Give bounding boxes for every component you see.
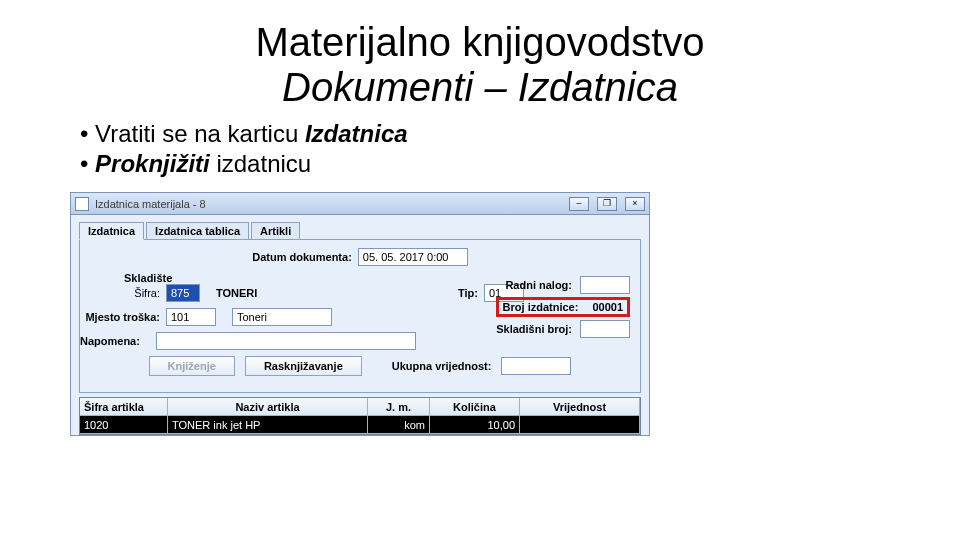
grid-header-row: Šifra artikla Naziv artikla J. m. Količi… bbox=[80, 398, 640, 416]
title-line-1: Materijalno knjigovodstvo bbox=[70, 20, 890, 65]
cell-naziv: TONER ink jet HP bbox=[168, 416, 368, 434]
broj-izdatnice-highlight: Broj izdatnice: 00001 bbox=[496, 297, 630, 317]
items-grid: Šifra artikla Naziv artikla J. m. Količi… bbox=[79, 397, 641, 435]
col-vrijednost[interactable]: Vrijednost bbox=[520, 398, 640, 416]
skladiste-name: TONERI bbox=[216, 287, 257, 299]
window-title: Izdatnica materijala - 8 bbox=[95, 198, 561, 210]
title-line-2: Dokumenti – Izdatnica bbox=[70, 65, 890, 110]
form-area: Datum dokumenta: 05. 05. 2017 0:00 Sklad… bbox=[79, 239, 641, 393]
maximize-button[interactable]: ❐ bbox=[597, 197, 617, 211]
col-kolicina[interactable]: Količina bbox=[430, 398, 520, 416]
cell-vrijednost bbox=[520, 416, 640, 434]
tab-artikli[interactable]: Artikli bbox=[251, 222, 300, 240]
sifra-field[interactable]: 875 bbox=[166, 284, 200, 302]
titlebar: Izdatnica materijala - 8 – ❐ × bbox=[71, 193, 649, 215]
napomena-label: Napomena: bbox=[80, 335, 150, 347]
grid-row[interactable]: 1020 TONER ink jet HP kom 10,00 bbox=[80, 416, 640, 434]
minimize-button[interactable]: – bbox=[569, 197, 589, 211]
col-sifra-artikla[interactable]: Šifra artikla bbox=[80, 398, 168, 416]
slide-title: Materijalno knjigovodstvo Dokumenti – Iz… bbox=[70, 20, 890, 110]
skladiste-group-label: Skladište bbox=[124, 272, 172, 284]
napomena-field[interactable] bbox=[156, 332, 416, 350]
broj-izdatnice-label: Broj izdatnice: bbox=[503, 301, 579, 313]
bullet-2-em: Proknjižiti bbox=[95, 150, 210, 177]
rasknjizavanje-button[interactable]: Rasknjižavanje bbox=[245, 356, 362, 376]
mjesto-field[interactable]: 101 bbox=[166, 308, 216, 326]
broj-izdatnice-value: 00001 bbox=[592, 301, 623, 313]
bullet-1-text: Vratiti se na karticu bbox=[95, 120, 305, 147]
bullet-1: Vratiti se na karticu Izdatnica bbox=[80, 120, 890, 148]
ukupna-field bbox=[501, 357, 571, 375]
skladisni-broj-field[interactable] bbox=[580, 320, 630, 338]
mjesto-label: Mjesto troška: bbox=[70, 311, 160, 323]
col-jm[interactable]: J. m. bbox=[368, 398, 430, 416]
cell-kolicina: 10,00 bbox=[430, 416, 520, 434]
datum-label: Datum dokumenta: bbox=[252, 251, 352, 263]
mjesto-name-field[interactable]: Toneri bbox=[232, 308, 332, 326]
radni-nalog-field[interactable] bbox=[580, 276, 630, 294]
app-window: Izdatnica materijala - 8 – ❐ × Izdatnica… bbox=[70, 192, 650, 436]
app-icon bbox=[75, 197, 89, 211]
skladisni-broj-label: Skladišni broj: bbox=[496, 323, 572, 335]
ukupna-label: Ukupna vrijednost: bbox=[392, 360, 492, 372]
cell-jm: kom bbox=[368, 416, 430, 434]
datum-field[interactable]: 05. 05. 2017 0:00 bbox=[358, 248, 468, 266]
knjizenje-button[interactable]: Knjiženje bbox=[149, 356, 235, 376]
radni-nalog-label: Radni nalog: bbox=[505, 279, 572, 291]
tab-izdatnica[interactable]: Izdatnica bbox=[79, 222, 144, 240]
bullet-1-em: Izdatnica bbox=[305, 120, 408, 147]
bullet-2: Proknjižiti izdatnicu bbox=[80, 150, 890, 178]
col-naziv-artikla[interactable]: Naziv artikla bbox=[168, 398, 368, 416]
sifra-label: Šifra: bbox=[90, 287, 160, 299]
tab-strip: Izdatnica Izdatnica tablica Artikli bbox=[79, 221, 641, 239]
tab-izdatnica-tablica[interactable]: Izdatnica tablica bbox=[146, 222, 249, 240]
close-button[interactable]: × bbox=[625, 197, 645, 211]
bullet-list: Vratiti se na karticu Izdatnica Proknjiž… bbox=[80, 120, 890, 178]
cell-sifra: 1020 bbox=[80, 416, 168, 434]
bullet-2-text: izdatnicu bbox=[210, 150, 311, 177]
